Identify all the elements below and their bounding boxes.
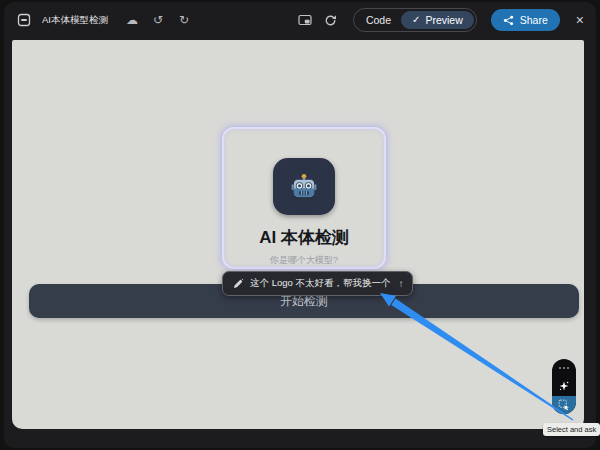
redo-icon[interactable]: ↻: [176, 12, 192, 28]
app-logo[interactable]: [273, 158, 335, 215]
prompt-text: 这个 Logo 不太好看，帮我换一个: [250, 277, 390, 290]
close-icon[interactable]: ×: [576, 12, 584, 28]
app-title: AI 本体检测: [259, 226, 349, 249]
sparkle-icon: [558, 380, 570, 392]
tab-preview-label: Preview: [425, 14, 462, 26]
app-window: AI本体模型检测 ☁ ↺ ↻: [4, 2, 596, 448]
toolbar-right: Code ✓ Preview Share ×: [297, 8, 584, 32]
select-cursor-icon: [558, 399, 570, 411]
share-label: Share: [520, 14, 548, 26]
top-toolbar: AI本体模型检测 ☁ ↺ ↻: [4, 2, 596, 38]
robot-icon: [289, 172, 319, 202]
view-mode-toggle: Code ✓ Preview: [353, 8, 477, 32]
floating-action-pill: [552, 359, 576, 414]
check-icon: ✓: [412, 15, 420, 25]
window-title: AI本体模型检测: [42, 14, 108, 27]
share-icon: [503, 15, 514, 26]
ask-prompt-bubble[interactable]: 这个 Logo 不太好看，帮我换一个 ↑: [222, 271, 413, 296]
screenshot-stage: AI本体模型检测 ☁ ↺ ↻: [0, 0, 600, 450]
artifact-icon: [16, 12, 32, 28]
tab-preview[interactable]: ✓ Preview: [401, 11, 474, 29]
toolbar-left: AI本体模型检测 ☁ ↺ ↻: [16, 12, 192, 28]
share-button[interactable]: Share: [491, 9, 560, 31]
send-icon[interactable]: ↑: [398, 278, 403, 289]
app-subtitle: 你是哪个大模型?: [270, 254, 338, 267]
refresh-icon[interactable]: [323, 12, 339, 28]
select-and-ask-tooltip: Select and ask: [543, 423, 600, 436]
preview-canvas: AI 本体检测 你是哪个大模型? 开始检测: [12, 40, 584, 429]
selection-highlight: AI 本体检测 你是哪个大模型?: [222, 127, 386, 269]
more-dots-icon: [559, 367, 569, 369]
picture-in-picture-icon[interactable]: [297, 12, 313, 28]
cloud-save-icon[interactable]: ☁: [124, 12, 140, 28]
more-options-button[interactable]: [552, 359, 576, 377]
undo-icon[interactable]: ↺: [150, 12, 166, 28]
tab-code[interactable]: Code: [356, 11, 401, 29]
edit-pen-icon: [232, 278, 244, 290]
ai-assist-button[interactable]: [552, 377, 576, 395]
